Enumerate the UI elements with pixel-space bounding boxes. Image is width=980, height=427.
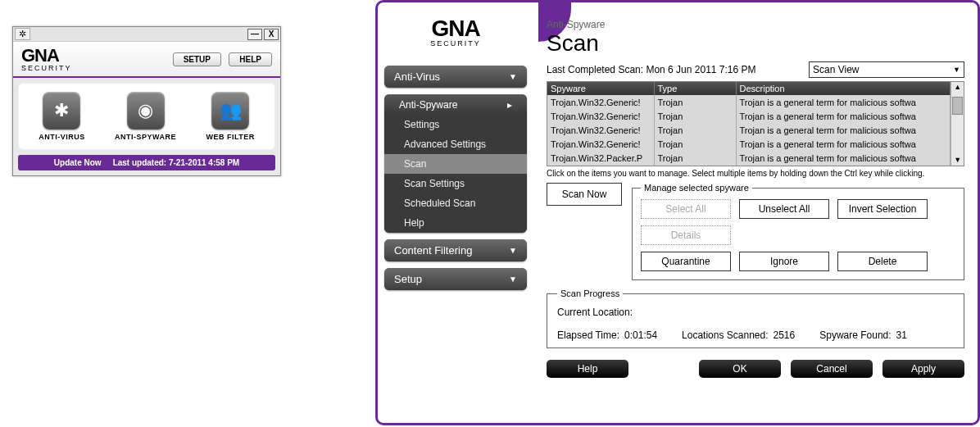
breadcrumb: Anti-Spyware — [547, 19, 964, 30]
subitem-scan-settings[interactable]: Scan Settings — [384, 174, 527, 193]
chevron-down-icon: ▼ — [953, 66, 960, 74]
help-button[interactable]: HELP — [229, 52, 272, 66]
unselect-all-button[interactable]: Unselect All — [739, 199, 829, 219]
footer-cancel-button[interactable]: Cancel — [791, 360, 873, 378]
main-panel: Anti-Spyware Scan Last Completed Scan: M… — [533, 2, 978, 423]
eye-icon: ◉ — [127, 92, 165, 129]
tile-webfilter[interactable]: 👥 WEB FILTER — [206, 92, 254, 141]
selection-hint: Click on the items you want to manage. S… — [547, 169, 964, 178]
scrollbar-thumb[interactable] — [952, 97, 963, 115]
bug-icon: ✱ — [43, 92, 80, 129]
tile-label: ANTI-SPYWARE — [115, 133, 176, 141]
table-row[interactable]: Trojan.Win32.Generic!TrojanTrojan is a g… — [547, 95, 951, 109]
table-row[interactable]: Trojan.Win32.Packer.PTrojanTrojan is a g… — [547, 152, 951, 166]
scan-now-button[interactable]: Scan Now — [547, 183, 622, 206]
select-all-button[interactable]: Select All — [641, 199, 731, 219]
launcher-status-bar: Update Now Last updated: 7-21-2011 4:58 … — [18, 155, 275, 170]
tile-antivirus[interactable]: ✱ ANTI-VIRUS — [39, 92, 85, 141]
details-button[interactable]: Details — [641, 225, 731, 245]
scroll-down-icon[interactable]: ▼ — [954, 155, 961, 166]
nav-antispyware-head[interactable]: Anti-Spyware ▸ — [384, 94, 527, 115]
col-type[interactable]: Type — [654, 82, 736, 95]
vertical-scrollbar[interactable]: ▲ ▼ — [951, 82, 964, 166]
nav-label: Anti-Virus — [394, 70, 440, 83]
close-button[interactable]: X — [264, 29, 279, 40]
nav-label: Setup — [394, 273, 422, 285]
nav-setup[interactable]: Setup ▼ — [384, 268, 527, 290]
setup-button[interactable]: SETUP — [173, 52, 221, 66]
subitem-scan[interactable]: Scan — [384, 154, 527, 174]
elapsed-time: Elapsed Time:0:01:54 — [557, 329, 657, 341]
subitem-advanced-settings[interactable]: Advanced Settings — [384, 134, 527, 154]
tile-label: ANTI-VIRUS — [39, 133, 85, 141]
chevron-down-icon: ▼ — [509, 246, 517, 255]
logo-text: GNA — [21, 47, 72, 65]
table-row[interactable]: Trojan.Win32.Generic!TrojanTrojan is a g… — [547, 138, 951, 152]
chevron-down-icon: ▼ — [509, 275, 517, 284]
delete-button[interactable]: Delete — [837, 252, 928, 271]
last-updated: Last updated: 7-21-2011 4:58 PM — [113, 158, 240, 167]
chevron-down-icon: ▼ — [509, 72, 517, 81]
scan-progress-group: Scan Progress Current Location: Elapsed … — [547, 288, 964, 348]
table-row[interactable]: Trojan.Win32.Generic!TrojanTrojan is a g… — [547, 109, 951, 123]
dropdown-value: Scan View — [813, 64, 859, 75]
footer-help-button[interactable]: Help — [547, 360, 628, 378]
nav-antivirus[interactable]: Anti-Virus ▼ — [384, 66, 527, 88]
chevron-right-icon: ▸ — [507, 99, 512, 111]
col-description[interactable]: Description — [736, 82, 951, 95]
manage-selected-group: Manage selected spyware Select All Unsel… — [632, 183, 964, 280]
tile-antispyware[interactable]: ◉ ANTI-SPYWARE — [115, 92, 176, 141]
locations-scanned: Locations Scanned:2516 — [682, 329, 795, 341]
page-title: Scan — [547, 30, 964, 57]
results-table: Spyware Type Description Trojan.Win32.Ge… — [547, 81, 964, 166]
nav-content-filtering[interactable]: Content Filtering ▼ — [384, 239, 527, 261]
brand-logo: GNA SECURITY — [21, 47, 72, 72]
launcher-header: GNA SECURITY SETUP HELP — [13, 42, 280, 78]
ignore-button[interactable]: Ignore — [739, 252, 829, 271]
app-window: GNA SECURITY Anti-Virus ▼ Anti-Spyware ▸… — [375, 0, 980, 425]
nav-antispyware: Anti-Spyware ▸ Settings Advanced Setting… — [384, 94, 527, 233]
invert-selection-button[interactable]: Invert Selection — [837, 199, 928, 219]
sidebar: GNA SECURITY Anti-Virus ▼ Anti-Spyware ▸… — [378, 2, 533, 423]
footer-buttons: Help OK Cancel Apply — [547, 360, 964, 378]
logo-subtext: SECURITY — [21, 65, 72, 72]
logo-subtext: SECURITY — [430, 40, 481, 48]
footer-apply-button[interactable]: Apply — [882, 360, 964, 378]
nav-label: Content Filtering — [394, 244, 472, 257]
update-now-link[interactable]: Update Now — [54, 158, 102, 167]
manage-legend: Manage selected spyware — [641, 183, 752, 193]
tile-label: WEB FILTER — [206, 133, 254, 141]
launcher-titlebar: ✲ — X — [13, 27, 280, 42]
launcher-tiles: ✱ ANTI-VIRUS ◉ ANTI-SPYWARE 👥 WEB FILTER — [18, 83, 275, 150]
brand-logo: GNA SECURITY — [430, 17, 481, 48]
footer-ok-button[interactable]: OK — [699, 360, 781, 378]
subitem-help[interactable]: Help — [384, 213, 527, 233]
minimize-button[interactable]: — — [247, 29, 262, 40]
people-icon: 👥 — [211, 92, 249, 129]
spyware-found: Spyware Found:31 — [819, 329, 907, 341]
gear-icon[interactable]: ✲ — [15, 28, 30, 40]
subitem-scheduled-scan[interactable]: Scheduled Scan — [384, 193, 527, 213]
quarantine-button[interactable]: Quarantine — [641, 252, 731, 271]
current-location: Current Location: — [557, 307, 954, 318]
subitem-settings[interactable]: Settings — [384, 115, 527, 134]
last-scan: Last Completed Scan: Mon 6 Jun 2011 7:16… — [547, 64, 756, 75]
logo-text: GNA — [431, 17, 479, 40]
scroll-up-icon[interactable]: ▲ — [954, 82, 961, 93]
table-row[interactable]: Trojan.Win32.Generic!TrojanTrojan is a g… — [547, 123, 951, 137]
nav-label: Anti-Spyware — [399, 99, 457, 111]
scan-view-dropdown[interactable]: Scan View ▼ — [809, 61, 964, 78]
col-spyware[interactable]: Spyware — [547, 82, 654, 95]
launcher-window: ✲ — X GNA SECURITY SETUP HELP ✱ ANTI-VIR… — [12, 26, 281, 176]
progress-legend: Scan Progress — [557, 288, 623, 298]
